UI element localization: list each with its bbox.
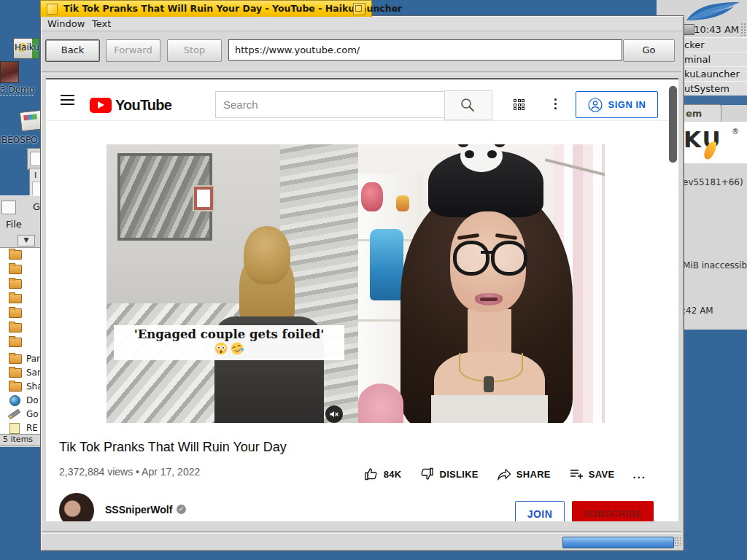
video-player[interactable]: 'Engaged couple gets foiled' <box>107 144 605 423</box>
share-arrow-icon <box>497 467 511 481</box>
more-actions-button[interactable]: ... <box>632 468 646 481</box>
browser-window: Window Text Back Forward Stop Go YouTube <box>40 15 684 551</box>
list-item[interactable]: Go <box>0 408 42 421</box>
youtube-logo-icon[interactable] <box>90 98 112 113</box>
list-item[interactable] <box>0 322 42 335</box>
dislike-button[interactable]: DISLIKE <box>419 467 478 481</box>
globe-icon <box>9 395 20 406</box>
search-input[interactable] <box>215 91 452 118</box>
folder-icon <box>9 250 22 260</box>
apps-grid-icon[interactable] <box>514 99 525 111</box>
save-label: SAVE <box>589 469 615 480</box>
window-title-tab[interactable]: Tik Tok Pranks That Will Ruin Your Day -… <box>40 0 372 17</box>
more-options-icon[interactable] <box>554 98 557 101</box>
deskbar-item-label: kuLauncher <box>684 69 740 79</box>
desktop-icon-beospo[interactable]: BEOSPO <box>0 111 44 147</box>
muted-speaker-icon[interactable] <box>325 405 343 423</box>
channel-name[interactable]: SSSniperWolf <box>105 504 172 516</box>
folder-icon <box>9 279 22 289</box>
close-button[interactable] <box>47 4 58 15</box>
browser-status-bar <box>42 521 681 549</box>
desktop-icon-3demo[interactable]: 3 Demo <box>0 61 44 98</box>
share-label: SHARE <box>516 469 551 480</box>
list-item[interactable] <box>0 278 42 291</box>
search-icon <box>459 96 476 114</box>
video-stats: 2,372,884 views • Apr 17, 2022 <box>59 466 200 478</box>
back-button[interactable]: Back <box>45 39 100 62</box>
list-item[interactable] <box>0 249 42 262</box>
youtube-logo-text[interactable]: YouTube <box>115 97 171 114</box>
person-head <box>244 226 290 284</box>
item-label: Go <box>26 409 39 419</box>
glasses-lens <box>453 241 489 276</box>
verified-badge-icon: ✓ <box>177 505 186 514</box>
list-item[interactable]: Sha <box>0 381 42 394</box>
list-item[interactable] <box>0 263 42 276</box>
haiku-logo-area: KU ® <box>680 122 747 163</box>
strip-text: I <box>34 171 36 180</box>
list-item[interactable] <box>0 307 42 320</box>
channel-avatar[interactable] <box>59 493 94 523</box>
pencil-icon <box>8 409 20 420</box>
folder-icon <box>9 382 22 392</box>
necklace-pendant <box>484 376 494 392</box>
deskbar-grip[interactable] <box>740 23 746 36</box>
share-button[interactable]: SHARE <box>497 467 551 481</box>
like-button[interactable]: 84K <box>364 467 402 481</box>
web-viewport: YouTube SIGN IN <box>46 78 678 523</box>
flushed-emoji-icon <box>214 342 228 355</box>
folder-icon <box>9 294 22 303</box>
menu-bar: Window Text <box>42 17 681 31</box>
haiku-logo-text: KU <box>684 126 722 152</box>
save-button[interactable]: SAVE <box>569 467 615 481</box>
progress-bar <box>562 537 674 548</box>
caption-emojis <box>114 342 344 357</box>
toolbar-divider <box>42 71 681 74</box>
list-item[interactable]: Do <box>0 394 42 408</box>
person-icon <box>588 98 603 112</box>
folder-icon <box>9 368 22 378</box>
file-menu[interactable]: File <box>6 219 22 230</box>
registered-mark: ® <box>732 128 739 136</box>
list-item[interactable] <box>0 292 42 306</box>
list-item[interactable] <box>0 336 42 349</box>
url-input[interactable] <box>228 39 622 61</box>
resize-grip[interactable] <box>674 537 681 546</box>
menu-window[interactable]: Window <box>47 18 85 29</box>
aboutsystem-window: KU ® ev55181+66) MiB inaccessible :42 AM <box>678 122 747 330</box>
laughing-emoji-icon <box>229 341 246 357</box>
forward-button[interactable]: Forward <box>106 39 160 62</box>
haiku-feather-logo-icon[interactable] <box>684 1 741 26</box>
folder-list: Par Sar Sha Do Go RE <box>0 247 42 434</box>
tray-icon[interactable] <box>684 24 694 35</box>
figurine <box>361 182 383 211</box>
figurine <box>396 195 409 211</box>
menu-text[interactable]: Text <box>92 18 111 29</box>
video-actions: 84K DISLIKE SHARE SAVE .. <box>364 462 646 486</box>
status-divider <box>42 531 681 534</box>
zoom-button[interactable] <box>353 3 365 15</box>
search-button[interactable] <box>444 90 492 120</box>
dropdown-arrow[interactable]: ▼ <box>18 235 35 246</box>
thumbs-up-icon <box>364 467 379 481</box>
host-top <box>431 395 548 423</box>
page-scrollbar[interactable] <box>669 86 677 163</box>
desktop-icon-label: 3 Demo <box>0 85 34 96</box>
list-item[interactable]: Sar <box>0 367 42 380</box>
list-item[interactable]: Par <box>0 353 42 366</box>
figurine <box>370 229 403 300</box>
sign-in-button[interactable]: SIGN IN <box>576 91 658 118</box>
item-label: Sar <box>26 368 41 378</box>
glasses-bridge <box>481 251 492 254</box>
deskbar-item-label: utSystem <box>684 83 729 94</box>
go-button[interactable]: Go <box>623 39 675 62</box>
note-icon <box>9 423 20 434</box>
video-title: Tik Tok Pranks That Will Ruin Your Day <box>59 440 287 455</box>
join-button[interactable]: JOIN <box>515 501 565 523</box>
window-button[interactable] <box>1 201 16 214</box>
dislike-label: DISLIKE <box>439 469 478 480</box>
sign-in-label: SIGN IN <box>608 99 646 110</box>
subscribe-button[interactable]: SUBSCRIBE <box>572 501 654 523</box>
stop-button[interactable]: Stop <box>167 39 222 62</box>
clock[interactable]: 10:43 AM <box>694 24 739 35</box>
